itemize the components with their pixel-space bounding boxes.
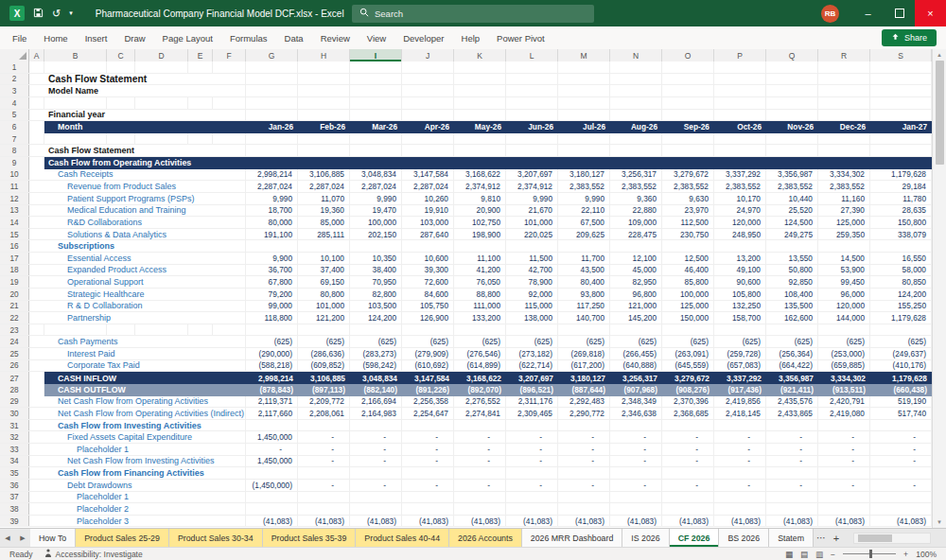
cell[interactable]: 23,970 [662, 205, 714, 217]
ribbon-tab-file[interactable]: File [4, 26, 35, 49]
cell[interactable]: 92,850 [766, 276, 818, 288]
cell[interactable]: - [662, 480, 714, 491]
cell[interactable]: (625) [506, 336, 558, 347]
cell[interactable]: 3,048,834 [350, 372, 402, 384]
cell[interactable] [454, 110, 506, 121]
cell[interactable]: 126,900 [402, 312, 454, 324]
cell[interactable]: 38,400 [350, 265, 402, 276]
column-header-s[interactable]: S [870, 49, 932, 61]
cell[interactable]: (625) [558, 336, 610, 347]
cell-label[interactable]: R & D Collaboration [29, 301, 246, 312]
cell-label[interactable]: Placeholder 3 [29, 516, 246, 527]
cell[interactable]: (283,273) [350, 348, 402, 359]
row-header-2[interactable]: 2 [0, 74, 29, 85]
cell[interactable]: 103,000 [402, 217, 454, 228]
cell[interactable]: - [454, 444, 506, 455]
scroll-up-icon[interactable]: ▲ [937, 49, 942, 58]
cell[interactable]: 248,950 [714, 229, 766, 240]
cell[interactable]: 109,000 [610, 217, 662, 228]
sheet-tab-product-sales-25-29[interactable]: Product Sales 25-29 [76, 529, 169, 547]
cell[interactable]: (657,083) [714, 360, 766, 372]
cell[interactable]: - [402, 431, 454, 443]
cell[interactable] [246, 97, 298, 109]
row-header-18[interactable]: 18 [0, 265, 29, 276]
cell[interactable] [610, 324, 662, 336]
cell[interactable]: 121,000 [610, 301, 662, 312]
zoom-slider-handle[interactable] [869, 550, 872, 558]
row-header-38[interactable]: 38 [0, 503, 29, 515]
cell[interactable] [662, 133, 714, 145]
cell[interactable]: 1,179,628 [870, 312, 932, 324]
cell[interactable]: - [818, 444, 870, 455]
cell[interactable]: (625) [714, 336, 766, 347]
zoom-out-button[interactable]: − [831, 550, 835, 559]
cell[interactable] [714, 85, 766, 96]
cell[interactable]: 9,630 [662, 193, 714, 204]
select-all-button[interactable] [0, 49, 29, 61]
cell[interactable]: 67,800 [246, 276, 298, 288]
cell[interactable]: 3,256,317 [610, 372, 662, 384]
cell[interactable]: (917,436) [714, 384, 766, 396]
cell[interactable] [818, 61, 870, 73]
cell[interactable]: 10,170 [714, 193, 766, 204]
cell[interactable]: (660,438) [870, 384, 932, 396]
cell[interactable] [870, 133, 932, 145]
cell[interactable] [298, 492, 350, 503]
row-header-12[interactable]: 12 [0, 193, 29, 204]
cell[interactable]: - [610, 456, 662, 467]
cell[interactable]: 124,200 [870, 289, 932, 300]
cell[interactable] [662, 492, 714, 503]
cell[interactable] [818, 133, 870, 145]
cell[interactable]: 10,600 [402, 253, 454, 264]
cell[interactable] [402, 110, 454, 121]
cell[interactable]: 90,600 [714, 276, 766, 288]
cell[interactable]: 80,400 [558, 276, 610, 288]
cell[interactable]: - [298, 444, 350, 455]
cell[interactable]: - [610, 444, 662, 455]
row-header-20[interactable]: 20 [0, 289, 29, 300]
row-header-24[interactable]: 24 [0, 336, 29, 347]
cell[interactable] [298, 467, 350, 479]
cell[interactable] [714, 467, 766, 479]
cell[interactable] [818, 324, 870, 336]
cell[interactable]: - [714, 480, 766, 491]
column-header-d[interactable]: D [135, 49, 188, 61]
cell[interactable]: 53,900 [818, 265, 870, 276]
cell[interactable] [610, 145, 662, 156]
cell[interactable]: 2,346,638 [610, 408, 662, 419]
cell[interactable] [558, 492, 610, 503]
cell[interactable] [766, 503, 818, 515]
cell[interactable] [29, 157, 44, 169]
cell[interactable] [298, 240, 350, 252]
cell-label[interactable]: Net Cash Flow from Operating Activities [29, 396, 246, 408]
cell[interactable]: 39,300 [402, 265, 454, 276]
column-header-j[interactable]: J [402, 49, 454, 61]
cell[interactable] [870, 85, 932, 96]
cell[interactable] [402, 240, 454, 252]
cell[interactable]: 3,106,885 [298, 372, 350, 384]
cell[interactable]: 202,150 [350, 229, 402, 240]
cell[interactable] [454, 97, 506, 109]
cell[interactable] [766, 467, 818, 479]
cell[interactable] [714, 133, 766, 145]
cell-label[interactable]: Subscriptions [29, 240, 246, 252]
cell[interactable]: - [870, 480, 932, 491]
cell[interactable]: 2,254,647 [402, 408, 454, 419]
cell[interactable]: - [506, 431, 558, 443]
cell[interactable]: 10,350 [350, 253, 402, 264]
column-header-o[interactable]: O [662, 49, 714, 61]
cell[interactable] [818, 85, 870, 96]
row-header-34[interactable]: 34 [0, 456, 29, 467]
cell-label[interactable]: Cash Flow from Financing Activities [29, 467, 246, 479]
cell[interactable]: (625) [870, 336, 932, 347]
cell[interactable] [558, 61, 610, 73]
cell[interactable]: (41,083) [610, 516, 662, 527]
cell[interactable]: 118,800 [246, 312, 298, 324]
cell[interactable] [246, 145, 298, 156]
row-header-32[interactable]: 32 [0, 431, 29, 443]
row-header-13[interactable]: 13 [0, 205, 29, 217]
cell[interactable]: 2,287,024 [298, 181, 350, 192]
cell[interactable] [506, 420, 558, 431]
cell[interactable]: 259,350 [818, 229, 870, 240]
cell[interactable] [454, 467, 506, 479]
